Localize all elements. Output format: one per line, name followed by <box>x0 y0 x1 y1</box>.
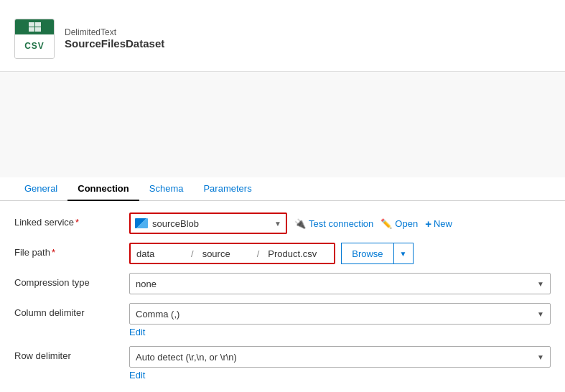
header-spacer <box>0 72 565 177</box>
row-delimiter-dropdown[interactable]: Auto detect (\r,\n, or \r\n) ▼ <box>129 346 551 368</box>
row-delimiter-label: Row delimiter <box>14 346 129 361</box>
plug-icon: 🔌 <box>294 218 306 229</box>
linked-service-controls: sourceBlob ▼ 🔌 Test connection ✏️ Open +… <box>129 213 551 234</box>
form-area: Linked service * sourceBlob ▼ 🔌 Test con… <box>0 201 565 392</box>
open-icon: ✏️ <box>380 218 392 229</box>
column-delimiter-label: Column delimiter <box>14 303 129 318</box>
file-path-part3-input[interactable] <box>262 244 334 263</box>
linked-service-value: sourceBlob <box>152 218 270 229</box>
linked-service-dropdown[interactable]: sourceBlob ▼ <box>129 213 287 234</box>
open-link[interactable]: ✏️ Open <box>380 218 418 229</box>
test-connection-link[interactable]: 🔌 Test connection <box>294 218 373 229</box>
compression-type-controls: none ▼ <box>129 273 551 294</box>
linked-service-required: * <box>75 217 79 228</box>
file-path-label: File path * <box>14 243 129 258</box>
blob-service-icon <box>135 218 148 228</box>
row-delimiter-chevron-icon: ▼ <box>537 353 544 361</box>
column-delimiter-edit-link[interactable]: Edit <box>129 327 551 337</box>
browse-btn-group: Browse ▼ <box>341 243 413 264</box>
linked-service-chevron-icon: ▼ <box>274 220 281 228</box>
compression-type-row: Compression type none ▼ <box>14 273 551 294</box>
file-path-group: / / <box>129 243 335 264</box>
row-delimiter-controls: Auto detect (\r,\n, or \r\n) ▼ Edit <box>129 346 551 381</box>
file-path-row: File path * / / Browse ▼ <box>14 243 551 264</box>
column-delimiter-controls: Comma (,) ▼ Edit <box>129 303 551 337</box>
dataset-type: DelimitedText <box>65 27 164 37</box>
compression-type-chevron-icon: ▼ <box>537 280 544 288</box>
csv-icon: CSV <box>14 19 55 59</box>
tabs-area: General Connection Schema Parameters <box>0 177 565 201</box>
file-path-required: * <box>52 247 55 258</box>
tab-parameters[interactable]: Parameters <box>193 177 261 201</box>
column-delimiter-dropdown[interactable]: Comma (,) ▼ <box>129 303 551 325</box>
browse-button[interactable]: Browse <box>341 243 393 264</box>
path-separator-1: / <box>188 248 197 259</box>
row-delimiter-row: Row delimiter Auto detect (\r,\n, or \r\… <box>14 346 551 381</box>
column-delimiter-row: Column delimiter Comma (,) ▼ Edit <box>14 303 551 337</box>
browse-chevron-icon[interactable]: ▼ <box>394 243 414 264</box>
row-delimiter-value: Auto detect (\r,\n, or \r\n) <box>136 352 537 363</box>
tab-connection[interactable]: Connection <box>67 177 139 201</box>
tab-schema[interactable]: Schema <box>139 177 194 201</box>
plus-icon: + <box>425 218 431 230</box>
linked-service-row: Linked service * sourceBlob ▼ 🔌 Test con… <box>14 213 551 234</box>
compression-type-dropdown[interactable]: none ▼ <box>129 273 551 294</box>
compression-type-value: none <box>136 279 537 289</box>
main-container: CSV DelimitedText SourceFilesDataset Gen… <box>0 0 565 392</box>
compression-type-label: Compression type <box>14 273 129 288</box>
linked-service-label: Linked service * <box>14 213 129 228</box>
column-delimiter-chevron-icon: ▼ <box>537 310 544 318</box>
file-path-part1-input[interactable] <box>131 244 188 263</box>
header-area: CSV DelimitedText SourceFilesDataset <box>0 0 565 72</box>
dataset-name: SourceFilesDataset <box>65 37 164 50</box>
column-delimiter-value: Comma (,) <box>136 309 537 319</box>
row-delimiter-edit-link[interactable]: Edit <box>129 370 551 381</box>
path-separator-2: / <box>254 248 263 259</box>
file-path-part2-input[interactable] <box>197 244 254 263</box>
new-link[interactable]: + New <box>425 218 452 230</box>
tab-general[interactable]: General <box>14 177 67 201</box>
dataset-info: DelimitedText SourceFilesDataset <box>65 27 164 50</box>
file-path-controls: / / Browse ▼ <box>129 243 551 264</box>
